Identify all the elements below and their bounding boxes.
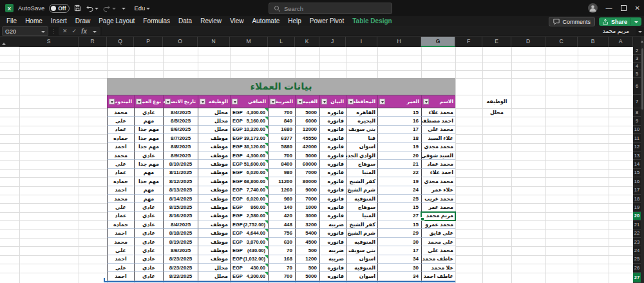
column-header-I[interactable]: I <box>346 37 377 47</box>
cell-gov[interactable]: شرم الشيخ <box>346 229 377 237</box>
cell-desc[interactable]: فاتوره <box>319 186 346 195</box>
comments-button[interactable]: Comments <box>549 17 595 26</box>
cell-desc[interactable]: فاتوره <box>319 169 346 177</box>
cell-gov[interactable]: سوهاج <box>346 203 377 211</box>
cell-date[interactable]: 8/12/2025 <box>163 177 198 186</box>
share-dropdown-icon[interactable] <box>634 21 638 25</box>
cell-tax[interactable]: 756 <box>268 229 295 237</box>
column-header-G[interactable]: G <box>421 37 455 47</box>
cell-gov[interactable]: كفر الشيخ <box>346 177 377 186</box>
cell-type[interactable]: عادي <box>134 220 163 229</box>
cell-tax[interactable]: 700 <box>268 272 295 280</box>
cell-desc[interactable]: فاتوره <box>319 238 346 246</box>
cell-date[interactable]: 8/6/2025 <box>163 246 198 255</box>
cell-type[interactable]: عادي <box>134 151 163 160</box>
cell-gov[interactable]: كفر الشيخ <box>346 220 377 229</box>
cell-value[interactable]: 1200 <box>295 255 319 264</box>
cell-job[interactable]: موظف <box>198 160 230 168</box>
column-header-name[interactable]: الاسم <box>421 95 455 108</box>
cell-value[interactable]: 7000 <box>295 195 319 203</box>
row-header-9[interactable]: 9 <box>633 117 641 125</box>
formula-input[interactable]: مريم محمد <box>102 27 636 35</box>
cell-net[interactable]: EGP7,740.00 <box>230 186 268 195</box>
cell-type[interactable]: عادي <box>134 255 163 264</box>
cell-date[interactable]: 8/4/2025 <box>163 108 198 117</box>
cell-date[interactable]: 8/23/2025 <box>163 272 198 280</box>
cell-net[interactable]: EGP4,300.00 <box>230 272 268 280</box>
cell-age[interactable]: 17 <box>377 126 421 134</box>
row-header-15[interactable]: 15 <box>633 169 641 177</box>
name-box[interactable]: G20 <box>2 26 48 36</box>
row-header-2[interactable]: 2 <box>633 47 641 55</box>
cell-name[interactable]: محمد غريب <box>421 195 455 203</box>
cell-gov[interactable]: الوادي الجديد <box>346 151 377 160</box>
cell-tax[interactable]: 1260 <box>268 186 295 195</box>
cell-type[interactable]: مهم <box>134 195 163 203</box>
cell-net[interactable]: EGP(2,752.00) <box>230 220 268 229</box>
cell-value[interactable]: 3200 <box>295 220 319 229</box>
cell-type[interactable]: عادي <box>134 212 163 220</box>
column-header-type[interactable]: نوع العميل <box>134 95 163 108</box>
filter-button-name[interactable] <box>423 99 429 104</box>
filter-button-date[interactable] <box>165 99 171 104</box>
cell-tax[interactable]: 980 <box>268 169 295 177</box>
cell-value[interactable]: 6000 <box>295 117 319 125</box>
column-header-R[interactable]: R <box>79 37 107 47</box>
tab-power-pivot[interactable]: Power Pivot <box>310 17 344 24</box>
cell-desc[interactable]: فاتوره <box>319 203 346 211</box>
cell-tax[interactable]: 6377 <box>268 134 295 142</box>
maximize-button[interactable] <box>621 5 627 11</box>
cell-tax[interactable]: 1680 <box>268 126 295 134</box>
column-header-tax[interactable]: الضريبة <box>268 95 295 108</box>
cell-type[interactable]: مهم <box>134 186 163 195</box>
cell-age[interactable]: 22 <box>377 169 421 177</box>
cell-type[interactable]: عادي <box>134 238 163 246</box>
cell-net[interactable]: EGP5,160.00 <box>230 117 268 125</box>
close-button[interactable]: ✕ <box>635 5 640 12</box>
column-header-age[interactable]: العمر <box>377 95 421 108</box>
cell-rep[interactable]: علي <box>107 264 134 272</box>
cell-value[interactable]: 5000 <box>295 272 319 280</box>
cell-job[interactable]: موظف <box>198 238 230 246</box>
cell-value[interactable]: 5000 <box>295 108 319 117</box>
criteria-job-value[interactable]: محلل <box>482 108 511 117</box>
column-header-N[interactable]: N <box>198 37 230 47</box>
cell-date[interactable]: 8/6/2025 <box>163 126 198 134</box>
row-header-5[interactable]: 5 <box>633 70 641 78</box>
cell-type[interactable]: عادي <box>134 203 163 211</box>
column-header-J[interactable]: J <box>319 37 346 47</box>
filter-button-rep[interactable] <box>109 99 115 104</box>
row-header-10[interactable]: 10 <box>633 126 641 134</box>
cell-gov[interactable]: اسوان <box>346 143 377 151</box>
cell-net[interactable]: EGP3,870.00 <box>230 238 268 246</box>
row-header-6[interactable]: 6 <box>633 78 641 95</box>
cell-job[interactable]: موظف <box>198 151 230 160</box>
cell-net[interactable]: EGP51,600.00 <box>230 160 268 168</box>
cell-value[interactable]: 1000 <box>295 203 319 211</box>
cell-age[interactable]: 16 <box>377 117 421 125</box>
cell-date[interactable]: 8/16/2025 <box>163 212 198 220</box>
cell-job[interactable]: محلل <box>198 126 230 134</box>
table-resize-handle[interactable] <box>104 278 108 282</box>
cell-age[interactable]: 34 <box>377 272 421 280</box>
cell-rep[interactable]: حماده <box>107 177 134 186</box>
cell-name[interactable]: محمد عمرو <box>421 220 455 229</box>
column-header-A[interactable]: A <box>609 37 633 47</box>
column-header-M[interactable]: M <box>230 37 268 47</box>
cell-rep[interactable]: محمد <box>107 108 134 117</box>
cell-date[interactable]: 8/7/2025 <box>163 134 198 142</box>
tab-file[interactable]: File <box>6 17 17 24</box>
column-header-net[interactable]: الصافي <box>230 95 268 108</box>
cell-desc[interactable]: فاتوره <box>319 134 346 142</box>
cell-date[interactable]: 8/23/2025 <box>163 255 198 264</box>
cell-desc[interactable]: ضريبه <box>319 255 346 264</box>
cell-tax[interactable]: 980 <box>268 195 295 203</box>
cell-date[interactable]: 8/10/2025 <box>163 160 198 168</box>
cell-net[interactable]: EGP430.00 <box>230 264 268 272</box>
row-header-17[interactable]: 17 <box>633 186 641 195</box>
tab-table-design[interactable]: Table Design <box>352 17 392 24</box>
cell-type[interactable]: مهم جدا <box>134 134 163 142</box>
row-header-13[interactable]: 13 <box>633 151 641 160</box>
cell-name[interactable]: محمد عماد <box>421 160 455 168</box>
filter-button-job[interactable] <box>200 99 205 104</box>
